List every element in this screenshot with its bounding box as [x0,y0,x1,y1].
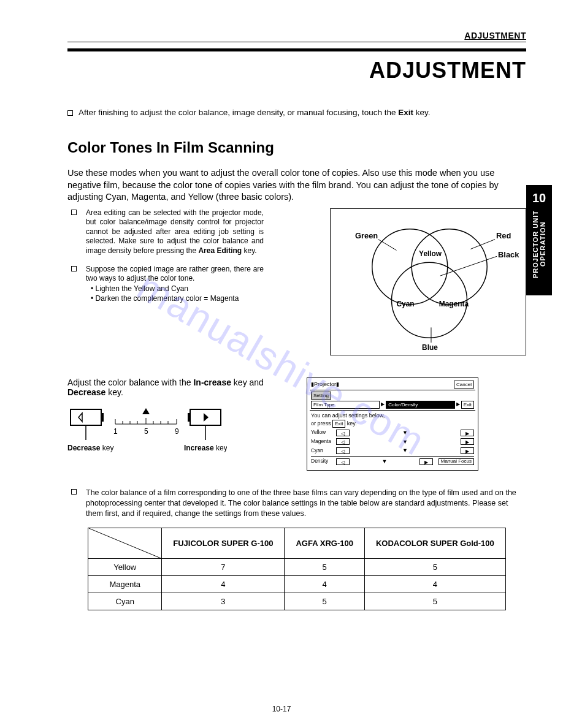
svg-text:Decrease key: Decrease key [67,444,113,452]
table-cell: 7 [162,559,285,576]
note1-text-b: key. [242,246,256,255]
table-row: Magenta 4 4 4 [88,576,506,593]
adjust-text-b: key. [105,387,123,397]
svg-point-0 [372,229,448,304]
venn-magenta: Magenta [439,299,469,308]
table-cell: 4 [364,576,505,593]
decrease-button[interactable]: ◁ [336,447,350,454]
side-tab: 10 PROJECTOR UNIT OPERATION [526,185,552,295]
note-green-image: Suppose the copied image are rather gree… [86,265,264,304]
page-title: ADJUSTMENT [67,58,526,83]
square-bullet-icon [71,210,77,215]
table-corner [88,528,162,559]
colordensity-button[interactable]: Color/Density [386,401,454,409]
venn-green: Green [355,230,378,240]
table-cell: 5 [285,559,364,576]
svg-rect-11 [188,413,190,422]
venn-cyan: Cyan [396,299,414,308]
svg-marker-13 [142,408,150,414]
film-note-text: The color balance of a film correspondin… [86,488,516,518]
lcd-help2a: or press [311,420,332,427]
increase-button[interactable]: ▶ [461,438,474,445]
row-label: Magenta [88,576,162,593]
adjust-instruction: Adjust the color balance with the In-cre… [67,377,288,397]
setting-tab[interactable]: Setting [311,392,331,400]
row-label: Yellow [88,559,162,576]
rule [67,48,526,51]
svg-line-5 [440,256,497,276]
square-bullet-icon [71,266,77,271]
table-header: AGFA XRG-100 [285,528,364,559]
filmtype-button[interactable]: Film Type [311,401,380,409]
manual-focus-button[interactable]: Manual Focus [439,458,474,465]
increase-button[interactable]: ▶ [461,430,474,436]
note-area-editing: Area editing can be selected with the pr… [86,208,264,256]
table-row: Yellow 7 5 5 [88,559,506,576]
running-header: ADJUSTMENT [67,31,526,42]
film-note: The color balance of a film correspondin… [86,488,526,519]
side-tab-line1: PROJECTOR UNIT [532,210,539,278]
decrease-button[interactable]: ◁ [336,458,350,465]
adjust-text-a: Adjust the color balance with the [67,377,193,387]
lcd-help2b: key. [345,420,356,427]
svg-text:Increase key: Increase key [184,444,227,452]
square-bullet-icon [71,489,77,495]
venn-diagram: Green Red Black Yellow Cyan Magenta Blue [330,208,526,355]
venn-blue: Blue [422,343,438,352]
table-cell: 5 [364,559,505,576]
decrease-button[interactable]: ◁ [336,438,350,445]
side-tab-line2: OPERATION [539,222,546,267]
lcd-row-density: Density [311,458,334,465]
film-table: FUJICOLOR SUPER G-100 AGFA XRG-100 KODAC… [88,528,506,610]
sub-bullet-1: Lighten the Yellow and Cyan [91,284,264,294]
exit-inline-button[interactable]: Exit [332,420,345,428]
table-header: FUJICOLOR SUPER G-100 [162,528,285,559]
lcd-panel: ▮Projector▮ Cancel Setting Film Type ▶ C… [307,377,478,471]
table-cell: 3 [162,593,285,610]
note1-bold: Area Editing [198,246,242,255]
section-heading: Color Tones In Film Scanning [67,139,526,156]
svg-text:9: 9 [175,427,179,436]
svg-text:1: 1 [113,427,118,436]
lcd-row-yellow: Yellow [311,429,334,436]
cancel-button[interactable]: Cancel [454,381,474,389]
svg-rect-7 [71,409,101,425]
adjust-bold2: Decrease [67,387,105,397]
venn-yellow: Yellow [419,249,442,258]
lcd-row-magenta: Magenta [311,438,334,446]
svg-text:5: 5 [144,427,148,436]
intro-bold: Exit [398,108,413,117]
svg-point-1 [412,229,487,304]
table-cell: 5 [285,593,364,610]
side-tab-number: 10 [532,191,546,205]
svg-rect-8 [101,413,104,422]
venn-black: Black [498,250,519,259]
sub-bullet-2: Darken the complementary color = Magenta [91,294,264,303]
table-cell: 4 [285,576,364,593]
intro-suffix: key. [413,108,431,117]
row-label: Cyan [88,593,162,610]
svg-line-3 [378,239,397,250]
svg-line-29 [89,528,161,558]
arrow-right-icon: ▶ [381,401,385,409]
lcd-title: Projector [314,381,336,387]
lcd-row-cyan: Cyan [311,447,334,455]
key-diagram: 1 5 9 Decrease key Increase key [67,404,288,465]
note2-lead: Suppose the copied image are rather gree… [86,265,264,283]
adjust-bold1: In-crease [193,377,231,387]
svg-line-4 [470,239,495,249]
table-cell: 5 [364,593,505,610]
arrow-right-icon: ▶ [456,401,460,409]
intro-prefix: After finishing to adjust the color bala… [79,108,398,117]
intro-paragraph: Use these modes when you want to adjust … [67,167,526,203]
table-header: KODACOLOR SUPER Gold-100 [364,528,505,559]
increase-button[interactable]: ▶ [461,447,474,454]
square-bullet-icon [67,110,73,116]
exit-button[interactable]: Exit [461,401,474,409]
table-row: Cyan 3 5 5 [88,593,506,610]
increase-button[interactable]: ▶ [419,458,433,465]
decrease-button[interactable]: ◁ [336,430,350,436]
page-number: 10-17 [0,705,563,713]
adjust-mid: key and [231,377,264,387]
table-cell: 4 [162,576,285,593]
